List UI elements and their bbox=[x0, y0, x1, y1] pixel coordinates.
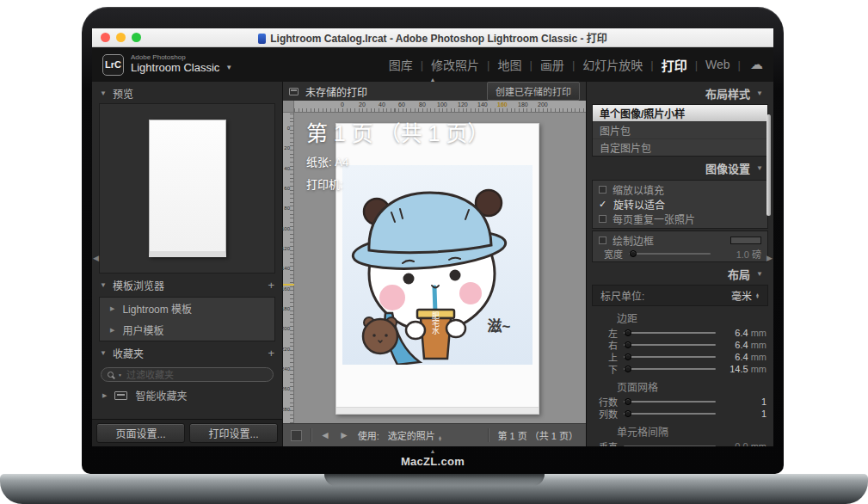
collection-filter[interactable]: ▼ bbox=[101, 367, 274, 382]
left-panel: ▼ 预览 ▼ 模板浏览器 + ▶ Lightroom 模板 bbox=[92, 82, 283, 446]
use-photos-dropdown[interactable]: 选定的照片 ▲▼ bbox=[388, 428, 442, 442]
dropdown-arrows-icon: ▲▼ bbox=[438, 436, 442, 441]
checkbox-label: 绘制边框 bbox=[613, 233, 654, 248]
hide-top-panel-arrow-icon[interactable]: ▲ bbox=[430, 77, 436, 83]
next-page-arrow-icon[interactable]: ► bbox=[339, 429, 349, 441]
app-identity[interactable]: Adobe Photoshop Lightroom Classic▼ bbox=[131, 54, 232, 74]
disclosure-caret-icon[interactable]: ▶ bbox=[102, 392, 107, 399]
collections-header[interactable]: ▼ 收藏夹 + bbox=[92, 341, 282, 363]
smart-collections-label: 智能收藏夹 bbox=[135, 388, 187, 403]
collapse-caret-icon[interactable]: ▼ bbox=[756, 270, 763, 278]
checkbox-icon[interactable] bbox=[599, 237, 606, 244]
app-switcher-caret-icon[interactable]: ▼ bbox=[225, 65, 232, 72]
previous-page-arrow-icon[interactable]: ◄ bbox=[320, 429, 330, 441]
layout-option-custom-package[interactable]: 自定图片包 bbox=[593, 139, 767, 156]
slider-thumb[interactable] bbox=[625, 353, 631, 360]
nav-slideshow[interactable]: 幻灯片放映 bbox=[582, 56, 643, 73]
grid-columns-slider[interactable] bbox=[624, 413, 716, 415]
preview-area bbox=[99, 103, 275, 274]
collapse-caret-icon[interactable]: ▼ bbox=[100, 349, 107, 357]
slider-thumb[interactable] bbox=[625, 329, 631, 336]
collapse-caret-icon[interactable]: ▼ bbox=[756, 89, 763, 97]
dropdown-arrows-icon: ▲▼ bbox=[755, 293, 760, 298]
layout-style-header[interactable]: 布局样式 ▼ bbox=[587, 82, 773, 103]
create-saved-print-button[interactable]: 创建已存储的打印 bbox=[487, 82, 580, 101]
nav-book[interactable]: 画册 bbox=[540, 56, 564, 73]
slider-value: 1 bbox=[722, 396, 766, 407]
overlay-printer: 打印机: bbox=[306, 175, 489, 192]
border-color-swatch[interactable] bbox=[730, 237, 761, 244]
margin-right-row: 右 6.4 mm bbox=[587, 339, 773, 351]
collapse-caret-icon[interactable]: ▼ bbox=[100, 281, 107, 289]
spacing-vertical-row: 垂直 0.0 mm bbox=[587, 440, 773, 446]
print-canvas: 0 20 40 60 80 100 120 140 160 180 200 22… bbox=[283, 113, 586, 423]
preview-section-header[interactable]: ▼ 预览 bbox=[92, 82, 282, 103]
stop-icon[interactable] bbox=[291, 430, 302, 441]
nav-separator: | bbox=[738, 58, 741, 71]
slider-thumb[interactable] bbox=[630, 250, 637, 257]
checkbox-repeat-photo[interactable]: 每页重复一张照片 bbox=[599, 212, 761, 226]
template-browser-header[interactable]: ▼ 模板浏览器 + bbox=[92, 274, 282, 295]
add-template-icon[interactable]: + bbox=[268, 279, 274, 292]
slider-value: 6.4 mm bbox=[722, 328, 766, 338]
nav-web[interactable]: Web bbox=[705, 58, 730, 71]
nav-develop[interactable]: 修改照片 bbox=[431, 56, 479, 73]
tree-item-lightroom-templates[interactable]: ▶ Lightroom 模板 bbox=[100, 298, 274, 319]
show-left-panel-arrow-icon[interactable]: ◀ bbox=[93, 254, 99, 262]
ruler-tick-label: 120 bbox=[458, 101, 468, 108]
margin-bottom-slider[interactable] bbox=[624, 368, 716, 370]
checkbox-icon[interactable] bbox=[599, 186, 606, 194]
slider-thumb[interactable] bbox=[625, 341, 631, 348]
ruler-units-dropdown[interactable]: 毫米 ▲▼ bbox=[731, 288, 760, 303]
disclosure-caret-icon[interactable]: ▶ bbox=[110, 305, 114, 312]
margin-right-slider[interactable] bbox=[624, 344, 716, 346]
collapse-caret-icon[interactable]: ▼ bbox=[100, 89, 107, 97]
slider-label: 下 bbox=[594, 362, 618, 376]
page-setup-button[interactable]: 页面设置... bbox=[96, 423, 185, 443]
tree-item-user-templates[interactable]: ▶ 用户模板 bbox=[100, 319, 274, 341]
photo-cell[interactable]: 肥宅水 bbox=[342, 165, 532, 365]
disclosure-caret-icon[interactable]: ▶ bbox=[110, 327, 114, 334]
tree-item-smart-collections[interactable]: ▶ 智能收藏夹 bbox=[92, 384, 282, 407]
add-collection-icon[interactable]: + bbox=[268, 347, 274, 360]
document-icon bbox=[258, 34, 266, 44]
checkbox-zoom-to-fill[interactable]: 缩放以填充 bbox=[599, 182, 761, 197]
slider-thumb[interactable] bbox=[625, 366, 631, 372]
layout-option-picture-package[interactable]: 图片包 bbox=[593, 122, 767, 139]
panda-illustration: 肥宅水 bbox=[342, 165, 532, 365]
border-group: 绘制边框 宽度 1.0 磅 bbox=[592, 230, 768, 262]
toolbar: ◄ ► 使用: 选定的照片 ▲▼ 第 1 页 （共 1 页） bbox=[283, 423, 586, 446]
slider-thumb[interactable] bbox=[625, 398, 631, 405]
paw-left bbox=[406, 322, 425, 339]
sync-cloud-icon[interactable]: ☁ bbox=[750, 57, 763, 72]
use-label: 使用: bbox=[358, 428, 379, 442]
search-options-caret-icon[interactable]: ▼ bbox=[118, 372, 122, 378]
right-panel-scrollbar[interactable] bbox=[766, 114, 771, 216]
collection-filter-input[interactable] bbox=[126, 370, 267, 380]
bear-eye-left bbox=[372, 334, 376, 337]
checkbox-icon[interactable] bbox=[599, 215, 606, 223]
ruler-corner bbox=[283, 101, 294, 113]
layout-style-label: 布局样式 bbox=[705, 85, 750, 101]
show-bottom-panel-arrow-icon[interactable]: ▲ bbox=[430, 448, 436, 454]
margin-left-slider[interactable] bbox=[624, 332, 716, 334]
nav-map[interactable]: 地图 bbox=[497, 56, 521, 73]
checkbox-draw-border[interactable]: 绘制边框 bbox=[599, 233, 761, 248]
nav-print[interactable]: 打印 bbox=[662, 56, 687, 74]
print-settings-button[interactable]: 打印设置... bbox=[189, 423, 278, 443]
cheek-right bbox=[459, 282, 482, 304]
slider-thumb[interactable] bbox=[625, 410, 631, 417]
nav-library[interactable]: 图库 bbox=[389, 56, 413, 73]
checkbox-rotate-to-fit[interactable]: ✓ 旋转以适合 bbox=[599, 197, 761, 212]
slider-value: 1.0 磅 bbox=[717, 247, 761, 261]
checkmark-icon[interactable]: ✓ bbox=[599, 199, 607, 210]
margin-top-slider[interactable] bbox=[624, 356, 716, 358]
show-right-panel-arrow-icon[interactable]: ▶ bbox=[766, 254, 773, 262]
layout-section-header[interactable]: 布局 ▼ bbox=[587, 262, 773, 284]
collapse-caret-icon[interactable]: ▼ bbox=[756, 164, 763, 172]
spacing-vertical-slider[interactable] bbox=[624, 446, 716, 446]
layout-option-single-image[interactable]: 单个图像/照片小样 bbox=[593, 105, 767, 122]
grid-rows-slider[interactable] bbox=[624, 401, 716, 403]
border-width-slider[interactable] bbox=[629, 253, 711, 255]
image-settings-header[interactable]: 图像设置 ▼ bbox=[587, 157, 773, 178]
